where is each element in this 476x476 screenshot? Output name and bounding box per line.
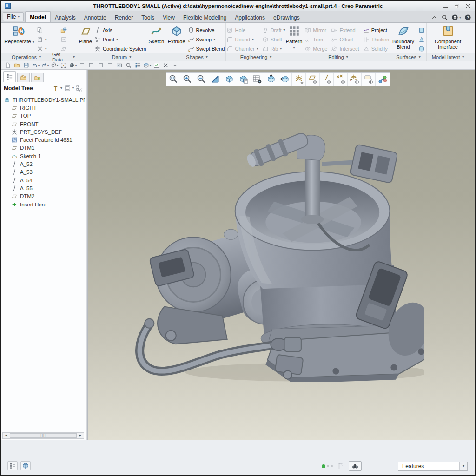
tree-item-prt-csys-def[interactable]: PRT_CSYS_DEF: [1, 128, 85, 136]
sketch-button[interactable]: Sketch: [149, 24, 165, 44]
offset-button[interactable]: Offset: [330, 35, 360, 44]
saved-orientations-button[interactable]: [236, 73, 250, 86]
render-style-button[interactable]: ▾: [69, 62, 77, 69]
tree-item-top[interactable]: TOP: [1, 112, 85, 120]
close-x-button[interactable]: [162, 62, 170, 69]
tree-item-throttlebody1-small-prt[interactable]: THROTTLEBODY1-SMALL.PRT: [1, 96, 85, 104]
search-model-button[interactable]: [349, 461, 362, 471]
axis-display-button[interactable]: [78, 62, 86, 69]
tree-item-right[interactable]: RIGHT: [1, 104, 85, 112]
csys-display-button[interactable]: [106, 62, 114, 69]
layers-button[interactable]: ▾: [143, 62, 151, 69]
extrude-button[interactable]: Extrude: [168, 24, 185, 44]
csys-display-eye-button[interactable]: z: [348, 73, 362, 86]
fill-button[interactable]: [417, 26, 426, 34]
trim-button[interactable]: Trim: [303, 35, 329, 44]
group-label-editing[interactable]: Editing▾: [286, 53, 390, 61]
model-tree-toggle-button[interactable]: [7, 461, 18, 470]
find-region-button[interactable]: [125, 62, 132, 69]
restore-button[interactable]: [453, 2, 460, 9]
display-style-button[interactable]: [222, 73, 236, 86]
open-file-button[interactable]: [13, 62, 21, 69]
attach-button[interactable]: ▾: [50, 62, 58, 69]
tab-applications[interactable]: Applications: [231, 13, 269, 22]
extend-button[interactable]: Extend: [330, 26, 360, 34]
scroll-right-arrow[interactable]: ▶: [77, 433, 84, 438]
axis-display-eye-button[interactable]: [320, 73, 334, 86]
tab-analysis[interactable]: Analysis: [51, 13, 80, 22]
group-label-engineering[interactable]: Engineering▾: [226, 53, 286, 61]
view-manager-button[interactable]: [250, 73, 264, 86]
tree-item-sketch-1[interactable]: Sketch 1: [1, 152, 85, 160]
project-button[interactable]: Project: [362, 26, 391, 34]
boundary-blend-button[interactable]: Boundary Blend: [390, 24, 416, 50]
navigator-tab-model-tree[interactable]: [3, 71, 16, 82]
group-label-model-intent[interactable]: Model Intent▾: [427, 53, 469, 61]
tab-tools[interactable]: Tools: [137, 13, 159, 22]
plane-button[interactable]: Plane: [79, 24, 92, 44]
mirror-button[interactable]: Mirror: [303, 26, 329, 34]
window-check-button[interactable]: [152, 62, 160, 69]
group-label-datum[interactable]: Datum▾: [75, 53, 168, 61]
point-display-button[interactable]: [87, 62, 95, 69]
import-button[interactable]: [59, 26, 68, 34]
datum-filters-button[interactable]: [292, 73, 306, 86]
file-menu-button[interactable]: File ▾: [3, 12, 24, 21]
thicken-button[interactable]: Thicken: [362, 35, 391, 44]
overflow-arrow-button[interactable]: [171, 62, 179, 69]
delete-button[interactable]: ▾: [35, 44, 48, 53]
tree-item-insert-here[interactable]: Insert Here: [1, 200, 85, 208]
capture-button[interactable]: [115, 62, 123, 69]
redo-button[interactable]: ▾: [41, 62, 49, 69]
tree-item-facet-feature-id-4631[interactable]: Facet Feature id 4631: [1, 136, 85, 144]
annotation-display-eye-button[interactable]: [362, 73, 376, 86]
scroll-left-arrow[interactable]: ◀: [3, 433, 9, 438]
axis-button[interactable]: Axis: [93, 26, 148, 34]
zoom-out-button[interactable]: [194, 73, 208, 86]
select-box-button[interactable]: [60, 62, 67, 69]
close-button[interactable]: [464, 2, 471, 9]
navigator-tab-favorites[interactable]: [31, 73, 44, 82]
tab-view[interactable]: View: [159, 13, 179, 22]
rib-button[interactable]: Rib▾: [261, 44, 287, 53]
tree-item-a-54[interactable]: A_54: [1, 176, 85, 184]
group-label-surfaces[interactable]: Surfaces▾: [390, 53, 427, 61]
tab-annotate[interactable]: Annotate: [80, 13, 111, 22]
graphics-area[interactable]: z: [88, 70, 475, 440]
tree-item-dtm2[interactable]: DTM2: [1, 192, 85, 200]
solidify-button[interactable]: Solidify: [362, 44, 391, 53]
tree-item-a-55[interactable]: A_55: [1, 184, 85, 192]
round-button[interactable]: Round▾: [225, 35, 259, 44]
reorient-button[interactable]: [278, 73, 292, 86]
point-button[interactable]: Point▾: [93, 35, 148, 44]
chevron-down-icon[interactable]: ▾: [459, 462, 467, 470]
tree-filters-button[interactable]: ▾: [53, 85, 62, 92]
group-label-get-data[interactable]: Get Data▾: [52, 53, 75, 61]
draft-button[interactable]: Draft▾: [261, 26, 287, 34]
tree-item-a-53[interactable]: A_53: [1, 168, 85, 176]
scrollbar-thumb[interactable]: [10, 433, 77, 438]
tab-model[interactable]: Model: [25, 11, 51, 22]
account-button[interactable]: ▾: [451, 14, 461, 21]
new-file-button[interactable]: [4, 62, 12, 69]
swept-blend-button[interactable]: Swept Blend: [186, 44, 226, 53]
tab-edrawings[interactable]: eDrawings: [269, 13, 304, 22]
spin-center-button[interactable]: [376, 73, 390, 86]
undo-button[interactable]: ▾: [32, 62, 40, 69]
tab-render[interactable]: Render: [111, 13, 137, 22]
pattern-button[interactable]: Pattern ▾: [286, 24, 302, 50]
component-interface-button[interactable]: Component Interface: [430, 24, 466, 50]
plane-display-eye-button[interactable]: [306, 73, 320, 86]
group-label-operations[interactable]: Operations▾: [1, 53, 52, 61]
selection-filter-dropdown[interactable]: Features ▾: [398, 462, 468, 471]
receive-button[interactable]: [59, 35, 68, 44]
minimize-button[interactable]: [442, 2, 449, 9]
coordinate-system-button[interactable]: Coordinate System: [93, 44, 148, 53]
throttle-body-3d-model[interactable]: [133, 119, 424, 382]
repaint-button[interactable]: [208, 73, 222, 86]
shell-button[interactable]: Shell: [261, 35, 287, 44]
browser-toggle-button[interactable]: [20, 461, 31, 470]
save-button[interactable]: [22, 62, 30, 69]
tree-list-button[interactable]: [134, 62, 142, 69]
view-normal-button[interactable]: [264, 73, 278, 86]
